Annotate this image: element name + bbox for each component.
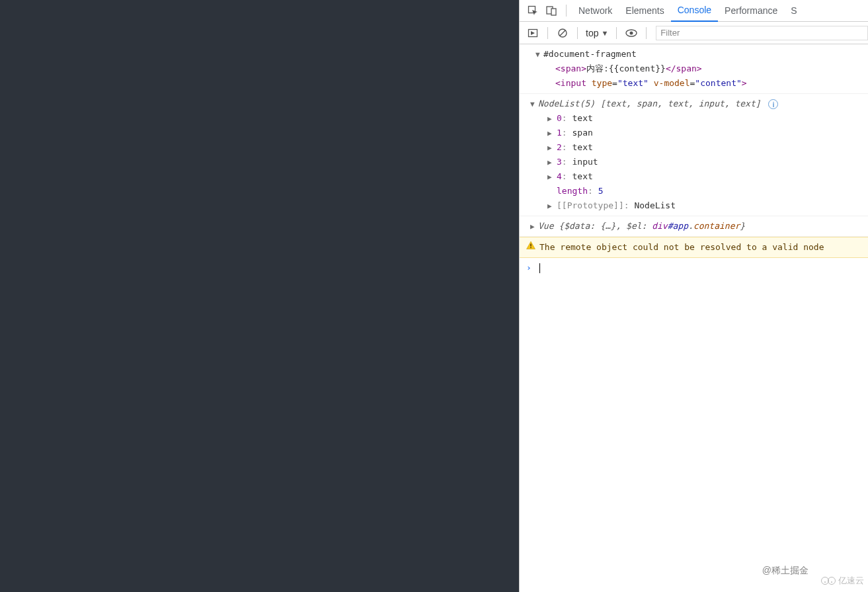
svg-rect-9 — [530, 247, 532, 249]
separator — [566, 5, 567, 17]
devtools-tabbar: Network Elements Console Performance S — [520, 0, 868, 22]
log-document-fragment[interactable]: #document-fragment <span>内容:{{content}}<… — [520, 44, 868, 94]
separator — [547, 27, 548, 39]
context-label: top — [586, 28, 598, 38]
nodelist-entry[interactable]: ▶3: input — [547, 155, 868, 169]
svg-point-11 — [828, 577, 836, 585]
page-viewport — [0, 0, 519, 592]
svg-rect-8 — [530, 244, 532, 247]
separator — [646, 27, 647, 39]
prompt-chevron-icon: › — [526, 261, 532, 275]
devtools-panel: Network Elements Console Performance S t… — [519, 0, 868, 592]
disclosure-triangle-icon[interactable]: ▶ — [547, 112, 552, 126]
input-caret — [539, 263, 540, 273]
log-nodelist[interactable]: NodeList(5) [text, span, text, input, te… — [520, 94, 868, 216]
disclosure-triangle-icon[interactable] — [535, 47, 540, 62]
console-output[interactable]: #document-fragment <span>内容:{{content}}<… — [520, 44, 868, 592]
tab-network[interactable]: Network — [572, 0, 619, 22]
length-row[interactable]: length: 5 — [547, 184, 868, 198]
disclosure-triangle-icon[interactable]: ▶ — [547, 126, 552, 141]
node-label: #document-fragment — [543, 49, 637, 59]
warning-icon — [526, 241, 535, 250]
disclosure-triangle-icon[interactable]: ▶ — [547, 199, 552, 214]
object-name: NodeList(5) — [538, 99, 595, 108]
object-name: Vue — [538, 221, 553, 231]
disclosure-triangle-icon[interactable]: ▶ — [547, 155, 552, 170]
disclosure-triangle-icon[interactable]: ▶ — [547, 141, 552, 155]
nodelist-entry[interactable]: ▶4: text — [547, 169, 868, 184]
child-span[interactable]: <span>内容:{{content}}</span> — [543, 62, 868, 76]
svg-point-12 — [824, 581, 826, 583]
tab-elements[interactable]: Elements — [619, 0, 670, 22]
nodelist-entry[interactable]: ▶2: text — [547, 140, 868, 155]
context-selector[interactable]: top ▼ — [583, 28, 611, 38]
sidebar-toggle-icon[interactable] — [524, 24, 542, 42]
info-icon[interactable]: i — [768, 99, 778, 109]
clear-console-icon[interactable] — [553, 24, 572, 42]
nodelist-entry[interactable]: ▶1: span — [547, 126, 868, 140]
warning-text: The remote object could not be resolved … — [539, 242, 824, 252]
live-expression-icon[interactable] — [622, 24, 641, 42]
svg-point-10 — [822, 577, 829, 585]
chevron-down-icon: ▼ — [601, 29, 608, 37]
watermark-juejin: @稀土掘金 — [762, 563, 809, 577]
tab-sources[interactable]: S — [784, 0, 803, 22]
nodelist-entries: ▶0: text▶1: span▶2: text▶3: input▶4: tex… — [547, 111, 868, 184]
console-prompt[interactable]: › — [520, 258, 868, 278]
disclosure-triangle-icon[interactable] — [530, 219, 535, 234]
tab-console[interactable]: Console — [671, 0, 718, 22]
console-warning[interactable]: The remote object could not be resolved … — [520, 237, 868, 258]
disclosure-triangle-icon[interactable] — [530, 97, 535, 112]
svg-point-7 — [630, 31, 633, 34]
tab-performance[interactable]: Performance — [718, 0, 784, 22]
child-input[interactable]: <input type="text" v-model="content"> — [543, 76, 868, 91]
nodelist-entry[interactable]: ▶0: text — [547, 111, 868, 126]
svg-rect-2 — [551, 9, 556, 15]
device-toggle-icon[interactable] — [542, 1, 561, 20]
svg-point-13 — [831, 581, 832, 583]
inspect-element-icon[interactable] — [524, 1, 542, 20]
separator — [616, 27, 617, 39]
svg-line-5 — [560, 30, 565, 36]
filter-input[interactable] — [656, 26, 868, 40]
nodelist-preview: text, span, text, input, text — [606, 99, 756, 108]
prototype-row[interactable]: ▶ [[Prototype]]: NodeList — [547, 198, 868, 213]
watermark-yisu: 亿速云 — [821, 573, 864, 588]
console-toolbar: top ▼ — [520, 22, 868, 44]
log-vue[interactable]: Vue {$data: {…}, $el: div#app.container} — [520, 216, 868, 237]
separator — [577, 27, 578, 39]
disclosure-triangle-icon[interactable]: ▶ — [547, 170, 552, 185]
